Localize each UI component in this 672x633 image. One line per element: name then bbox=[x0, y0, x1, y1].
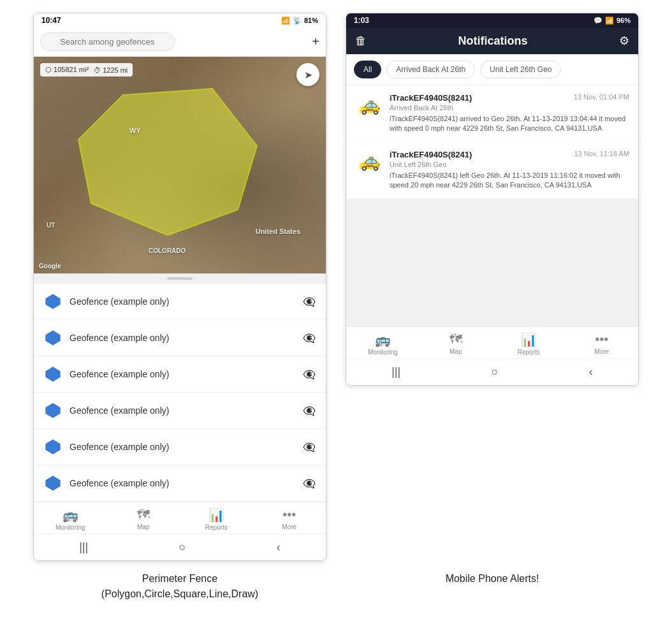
right-reports-icon: 📊 bbox=[521, 332, 537, 347]
right-map-label: Map bbox=[449, 348, 462, 355]
geofence-name-6: Geofence (example only) bbox=[69, 478, 295, 488]
right-caption: Mobile Phone Alerts! bbox=[346, 571, 639, 602]
left-signal-icon: 📡 bbox=[293, 17, 302, 25]
right-nav-more[interactable]: ••• More bbox=[566, 332, 639, 356]
right-status-bar: 1:03 💬 📶 96% bbox=[346, 13, 638, 27]
geofence-item-1[interactable]: Geofence (example only) 👁‍🗨 bbox=[34, 284, 326, 320]
tab-unit-left[interactable]: Unit Left 26th Geo bbox=[480, 61, 561, 78]
geofence-shape-icon-2 bbox=[44, 329, 62, 347]
geofence-visibility-4[interactable]: 👁‍🗨 bbox=[303, 405, 316, 417]
notification-list: 🚕 iTrackEF4940S(8241) 13 Nov, 01:04 PM A… bbox=[346, 85, 638, 326]
svg-marker-3 bbox=[45, 367, 60, 381]
geofence-visibility-1[interactable]: 👁‍🗨 bbox=[303, 296, 316, 308]
right-android-recents[interactable]: ||| bbox=[391, 365, 400, 379]
search-bar: 🔍 + bbox=[34, 27, 326, 57]
svg-marker-2 bbox=[45, 330, 60, 345]
nav-monitoring[interactable]: 🚌 Monitoring bbox=[34, 507, 107, 531]
map-terrain: WY United States COLORADO UT ⬡ 105821 mi… bbox=[34, 57, 326, 273]
nav-map[interactable]: 🗺 Map bbox=[107, 507, 180, 531]
notif-time-1: 13 Nov, 01:04 PM bbox=[574, 93, 629, 101]
geofence-name-1: Geofence (example only) bbox=[69, 296, 295, 307]
more-label: More bbox=[282, 523, 296, 530]
geofence-shape-icon-6 bbox=[44, 474, 62, 492]
geofence-shape-icon-4 bbox=[44, 402, 62, 419]
notif-message-1: iTrackEF4940S(8241) arrived to Geo 26th.… bbox=[390, 114, 629, 134]
tab-all[interactable]: All bbox=[354, 61, 381, 78]
geofence-visibility-5[interactable]: 👁‍🗨 bbox=[303, 441, 316, 453]
left-wifi-icon: 📶 bbox=[281, 17, 290, 25]
notification-item-1[interactable]: 🚕 iTrackEF4940S(8241) 13 Nov, 01:04 PM A… bbox=[346, 85, 638, 142]
nav-more[interactable]: ••• More bbox=[253, 507, 326, 531]
compass-button[interactable]: ➤ bbox=[296, 63, 319, 86]
geofence-visibility-3[interactable]: 👁‍🗨 bbox=[303, 368, 316, 381]
notif-top-row-2: iTrackEF4940S(8241) 13 Nov, 11:16 AM bbox=[390, 150, 629, 159]
scroll-dot bbox=[167, 277, 193, 280]
left-battery: 81% bbox=[304, 17, 318, 24]
geofence-item-4[interactable]: Geofence (example only) 👁‍🗨 bbox=[34, 393, 326, 429]
notif-device-2: iTrackEF4940S(8241) bbox=[390, 150, 472, 159]
geofence-shape-icon-3 bbox=[44, 365, 62, 383]
geofence-name-2: Geofence (example only) bbox=[69, 333, 295, 343]
notif-content-1: iTrackEF4940S(8241) 13 Nov, 01:04 PM Arr… bbox=[390, 93, 629, 134]
monitoring-icon: 🚌 bbox=[62, 507, 78, 523]
notif-time-2: 13 Nov, 11:16 AM bbox=[574, 150, 629, 157]
car-icon-2: 🚕 bbox=[358, 150, 381, 171]
notification-item-2[interactable]: 🚕 iTrackEF4940S(8241) 13 Nov, 11:16 AM U… bbox=[346, 142, 638, 198]
android-nav-right: ||| ○ ‹ bbox=[346, 358, 638, 385]
search-input[interactable] bbox=[40, 33, 175, 51]
reports-label: Reports bbox=[205, 524, 228, 531]
right-reports-label: Reports bbox=[518, 349, 540, 356]
map-stats: ⬡ 105821 mi² ⏱ 1225 mi bbox=[40, 63, 133, 76]
android-home-btn[interactable]: ○ bbox=[179, 541, 186, 554]
right-more-label: More bbox=[594, 348, 609, 355]
geofence-shape-icon-5 bbox=[44, 438, 62, 456]
android-recents-btn[interactable]: ||| bbox=[79, 541, 88, 554]
left-time: 10:47 bbox=[41, 16, 61, 25]
android-nav-left: ||| ○ ‹ bbox=[34, 534, 326, 560]
notifications-title: Notifications bbox=[374, 34, 611, 48]
notif-message-2: iTrackEF4940S(8241) left Geo 26th. At 11… bbox=[390, 171, 629, 191]
right-android-back[interactable]: ‹ bbox=[589, 365, 593, 379]
geofence-name-4: Geofence (example only) bbox=[69, 405, 295, 416]
map-label-ut: UT bbox=[47, 222, 55, 229]
map-area[interactable]: WY United States COLORADO UT ⬡ 105821 mi… bbox=[34, 57, 326, 273]
svg-marker-0 bbox=[78, 89, 257, 235]
geofence-item-6[interactable]: Geofence (example only) 👁‍🗨 bbox=[34, 465, 326, 502]
nav-reports[interactable]: 📊 Reports bbox=[180, 507, 253, 531]
notif-event-1: Arrived Back At 26th bbox=[390, 104, 629, 112]
geofence-item-2[interactable]: Geofence (example only) 👁‍🗨 bbox=[34, 320, 326, 356]
settings-icon[interactable]: ⚙ bbox=[619, 34, 629, 48]
geofence-list: Geofence (example only) 👁‍🗨 Geofence (ex… bbox=[34, 284, 326, 502]
right-more-icon: ••• bbox=[595, 332, 608, 347]
captions-row: Perimeter Fence(Polygon,Circle,Square,Li… bbox=[0, 561, 672, 615]
google-logo: Google bbox=[39, 263, 61, 270]
svg-marker-6 bbox=[45, 476, 60, 490]
tab-arrived[interactable]: Arrived Back At 26th bbox=[386, 61, 475, 78]
right-time: 1:03 bbox=[354, 16, 369, 25]
geofence-name-5: Geofence (example only) bbox=[69, 442, 295, 452]
map-area-stat: ⬡ 105821 mi² bbox=[45, 66, 89, 74]
right-wifi-icon: 📶 bbox=[605, 17, 614, 25]
delete-icon[interactable]: 🗑 bbox=[355, 34, 367, 48]
right-monitoring-label: Monitoring bbox=[368, 349, 398, 356]
add-geofence-button[interactable]: + bbox=[312, 34, 319, 49]
right-nav-monitoring[interactable]: 🚌 Monitoring bbox=[346, 332, 420, 356]
scroll-indicator bbox=[34, 273, 326, 284]
geofence-item-3[interactable]: Geofence (example only) 👁‍🗨 bbox=[34, 356, 326, 393]
geofence-visibility-2[interactable]: 👁‍🗨 bbox=[303, 332, 316, 344]
notification-tabs: All Arrived Back At 26th Unit Left 26th … bbox=[346, 54, 638, 85]
svg-marker-5 bbox=[45, 439, 60, 454]
map-dist-stat: ⏱ 1225 mi bbox=[94, 66, 128, 74]
geofence-visibility-6[interactable]: 👁‍🗨 bbox=[303, 477, 316, 490]
right-nav-map[interactable]: 🗺 Map bbox=[420, 332, 493, 356]
geofence-polygon bbox=[72, 82, 263, 248]
notif-event-2: Unit Left 26th Geo bbox=[390, 161, 629, 168]
android-back-btn[interactable]: ‹ bbox=[277, 541, 281, 554]
right-android-home[interactable]: ○ bbox=[492, 365, 499, 379]
notif-avatar-1: 🚕 bbox=[355, 93, 383, 116]
right-monitoring-icon: 🚌 bbox=[375, 332, 391, 347]
map-label: Map bbox=[137, 523, 149, 530]
right-nav-reports[interactable]: 📊 Reports bbox=[492, 332, 566, 356]
geofence-name-3: Geofence (example only) bbox=[69, 369, 295, 379]
geofence-item-5[interactable]: Geofence (example only) 👁‍🗨 bbox=[34, 429, 326, 465]
